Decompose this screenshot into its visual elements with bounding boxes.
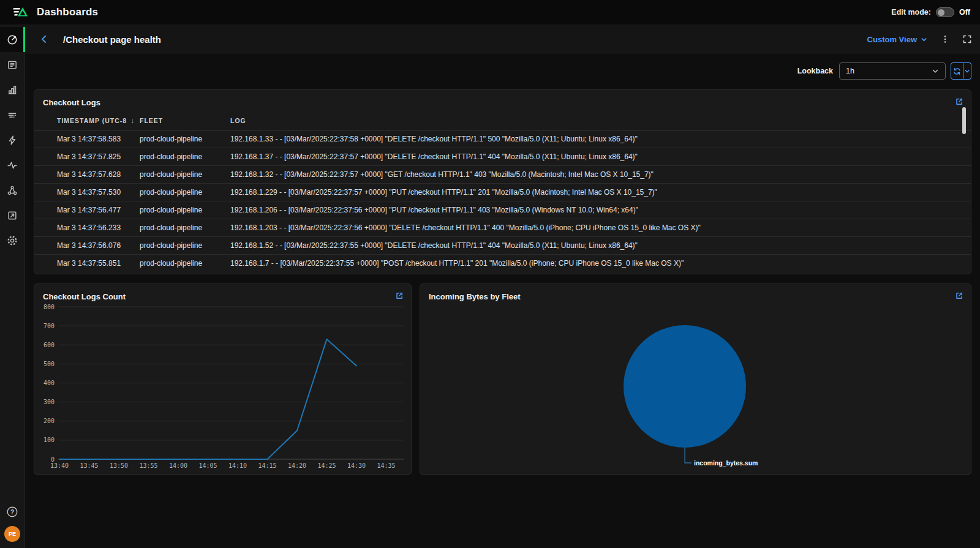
cell-fleet: prod-cloud-pipeline	[140, 201, 230, 219]
fullscreen-button[interactable]	[963, 35, 971, 43]
x-tick-label: 13:55	[139, 462, 157, 469]
visualize-icon	[7, 210, 18, 221]
view-selector-dropdown[interactable]: Custom View	[867, 35, 927, 44]
cell-log: 192.168.1.33 - - [03/Mar/2025:22:37:58 +…	[230, 130, 971, 148]
pie-chart[interactable]: incoming_bytes.sum	[420, 284, 946, 475]
column-header-fleet[interactable]: FLEET	[140, 113, 230, 130]
y-tick-label: 200	[43, 418, 55, 424]
table-scrollbar[interactable]	[962, 107, 966, 134]
sort-desc-icon: ↓	[130, 116, 134, 125]
x-tick-label: 13:40	[50, 462, 69, 469]
kebab-menu-icon	[941, 35, 949, 43]
table-row[interactable]: Mar 3 14:37:56.477prod-cloud-pipeline192…	[34, 201, 971, 219]
line-chart[interactable]: 800700600500400300200100013:4013:4513:50…	[34, 284, 411, 475]
page-header: /Checkout page health Custom View	[25, 24, 980, 54]
cell-timestamp: Mar 3 14:37:56.233	[34, 219, 140, 237]
lookback-value: 1h	[846, 67, 854, 75]
cell-timestamp: Mar 3 14:37:57.628	[34, 166, 140, 184]
view-selector-label: Custom View	[867, 35, 917, 44]
sidebar-item-automations[interactable]	[0, 127, 24, 152]
x-tick-label: 14:30	[347, 462, 366, 469]
chevron-down-icon	[964, 68, 970, 74]
table-row[interactable]: Mar 3 14:37:58.583prod-cloud-pipeline192…	[34, 130, 971, 148]
svg-text:?: ?	[10, 509, 14, 516]
back-button[interactable]	[37, 32, 51, 46]
incoming-bytes-panel: Incoming Bytes by Fleet incoming_bytes.s…	[420, 283, 971, 475]
main-content: /Checkout page health Custom View	[25, 24, 980, 548]
edit-mode-label: Edit mode:	[891, 8, 931, 17]
open-panel-button[interactable]	[955, 291, 963, 302]
cell-log: 192.168.1.229 - - [03/Mar/2025:22:37:57 …	[230, 184, 971, 201]
edit-mode-state: Off	[959, 8, 970, 17]
table-row[interactable]: Mar 3 14:37:57.825prod-cloud-pipeline192…	[34, 148, 971, 166]
cell-log: 192.168.1.52 - - [03/Mar/2025:22:37:55 +…	[230, 237, 971, 255]
y-tick-label: 600	[43, 342, 55, 348]
x-tick-label: 13:50	[110, 462, 128, 469]
user-avatar[interactable]: PE	[4, 526, 20, 542]
line-series	[59, 339, 356, 459]
checkout-logs-table: TIMESTAMP (UTC-8↓ FLEET LOG Mar 3 14:37:…	[34, 113, 971, 272]
cell-timestamp: Mar 3 14:37:56.477	[34, 201, 140, 219]
cell-fleet: prod-cloud-pipeline	[140, 148, 230, 166]
refresh-options-button[interactable]	[963, 62, 971, 80]
bar-chart-icon	[7, 84, 18, 96]
cell-timestamp: Mar 3 14:37:56.076	[34, 237, 140, 255]
y-tick-label: 400	[43, 380, 55, 386]
cell-fleet: prod-cloud-pipeline	[140, 255, 230, 272]
cell-log: 192.168.1.32 - - [03/Mar/2025:22:37:57 +…	[230, 166, 971, 184]
cell-log: 192.168.1.7 - - [03/Mar/2025:22:37:55 +0…	[230, 255, 971, 272]
more-options-button[interactable]	[941, 35, 949, 43]
x-tick-label: 13:45	[80, 462, 98, 469]
toggle-knob	[938, 9, 944, 16]
table-row[interactable]: Mar 3 14:37:55.851prod-cloud-pipeline192…	[34, 255, 971, 272]
sidebar-item-pipelines[interactable]	[0, 178, 24, 203]
pipelines-icon	[7, 185, 18, 196]
streams-icon	[7, 110, 18, 121]
x-tick-label: 14:00	[169, 462, 187, 469]
refresh-button[interactable]	[951, 62, 963, 80]
cell-fleet: prod-cloud-pipeline	[140, 130, 230, 148]
x-tick-label: 14:05	[198, 462, 217, 469]
cell-fleet: prod-cloud-pipeline	[140, 237, 230, 255]
pie-slice[interactable]	[624, 325, 746, 448]
external-link-icon	[955, 97, 963, 106]
cell-timestamp: Mar 3 14:37:57.530	[34, 184, 140, 201]
lookback-select[interactable]: 1h	[839, 62, 946, 80]
cell-timestamp: Mar 3 14:37:55.851	[34, 255, 140, 272]
column-header-log[interactable]: LOG	[230, 113, 971, 130]
app-title: Dashboards	[37, 6, 98, 18]
sidebar: ? PE	[0, 24, 25, 548]
page-title: /Checkout page health	[63, 34, 161, 45]
x-tick-label: 14:10	[228, 462, 247, 469]
sidebar-item-dashboards[interactable]	[0, 27, 24, 52]
sidebar-item-monitors[interactable]	[0, 152, 24, 178]
checkout-logs-count-panel: Checkout Logs Count 80070060050040030020…	[34, 283, 412, 475]
gauge-icon	[7, 34, 18, 45]
column-header-timestamp[interactable]: TIMESTAMP (UTC-8↓	[34, 113, 140, 130]
table-row[interactable]: Mar 3 14:37:56.233prod-cloud-pipeline192…	[34, 219, 971, 237]
sidebar-item-metrics[interactable]	[0, 77, 24, 102]
lookback-label: Lookback	[797, 67, 833, 75]
cell-fleet: prod-cloud-pipeline	[140, 219, 230, 237]
fullscreen-icon	[963, 35, 971, 43]
edit-mode-toggle[interactable]	[936, 7, 954, 17]
pie-slice-label: incoming_bytes.sum	[694, 459, 758, 467]
cell-timestamp: Mar 3 14:37:57.825	[34, 148, 140, 166]
sidebar-item-logs[interactable]	[0, 52, 24, 77]
sidebar-item-streams[interactable]	[0, 102, 24, 127]
sidebar-item-visualize[interactable]	[0, 203, 24, 228]
open-panel-button[interactable]	[955, 97, 963, 108]
x-tick-label: 14:35	[377, 462, 395, 469]
y-tick-label: 300	[43, 399, 55, 405]
top-bar: Dashboards Edit mode: Off	[0, 0, 980, 24]
help-button[interactable]: ?	[6, 506, 18, 518]
x-tick-label: 14:15	[258, 462, 276, 469]
checkout-logs-panel: Checkout Logs TIMESTAMP (UTC-8↓ FLEET	[34, 89, 971, 274]
table-row[interactable]: Mar 3 14:37:57.530prod-cloud-pipeline192…	[34, 184, 971, 201]
cell-timestamp: Mar 3 14:37:58.583	[34, 130, 140, 148]
lookback-row: Lookback 1h	[25, 62, 980, 80]
table-row[interactable]: Mar 3 14:37:57.628prod-cloud-pipeline192…	[34, 166, 971, 184]
sidebar-item-settings[interactable]	[0, 228, 24, 253]
cell-log: 192.168.1.206 - - [03/Mar/2025:22:37:56 …	[230, 201, 971, 219]
table-row[interactable]: Mar 3 14:37:56.076prod-cloud-pipeline192…	[34, 237, 971, 255]
